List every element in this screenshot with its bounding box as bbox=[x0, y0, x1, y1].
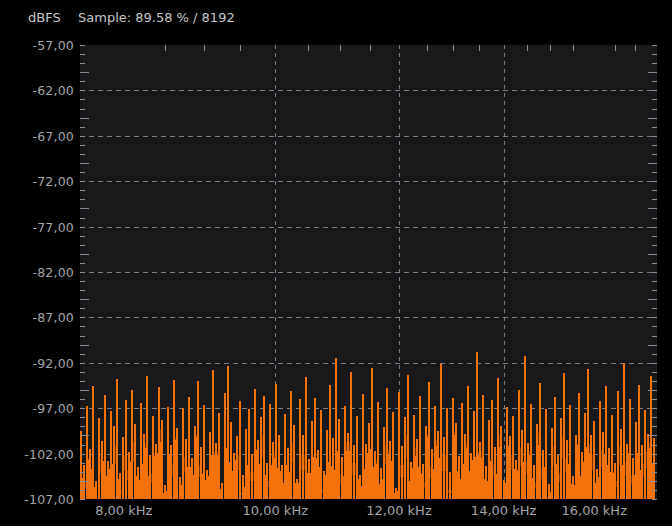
axis-tick bbox=[652, 290, 657, 291]
axis-tick bbox=[652, 490, 657, 491]
y-axis-label: -102,00 bbox=[0, 446, 74, 461]
sample-progress-readout: Sample: 89.58 % / 8192 bbox=[78, 10, 235, 25]
axis-tick bbox=[80, 308, 85, 309]
y-axis-label: -67,00 bbox=[0, 128, 74, 143]
x-axis-label: 14,00 kHz bbox=[471, 503, 536, 518]
axis-tick bbox=[652, 127, 657, 128]
axis-tick bbox=[652, 281, 657, 282]
axis-tick bbox=[80, 218, 85, 219]
axis-tick bbox=[80, 281, 85, 282]
axis-tick bbox=[80, 81, 85, 82]
axis-tick bbox=[80, 127, 85, 128]
axis-tick bbox=[80, 390, 89, 391]
axis-tick bbox=[652, 408, 657, 409]
axis-tick bbox=[652, 272, 657, 273]
y-axis-label: -62,00 bbox=[0, 83, 74, 98]
axis-tick bbox=[80, 354, 85, 355]
axis-tick bbox=[652, 417, 657, 418]
y-axis-unit-label: dBFS bbox=[28, 10, 61, 25]
axis-tick bbox=[80, 363, 85, 364]
axis-tick bbox=[648, 163, 657, 164]
axis-tick bbox=[80, 426, 85, 427]
axis-tick bbox=[80, 454, 85, 455]
axis-tick bbox=[652, 472, 657, 473]
axis-tick bbox=[204, 45, 205, 51]
axis-tick bbox=[370, 45, 371, 51]
axis-tick bbox=[652, 336, 657, 337]
axis-tick bbox=[652, 363, 657, 364]
axis-tick bbox=[573, 45, 574, 51]
axis-tick bbox=[80, 481, 89, 482]
axis-tick bbox=[80, 90, 85, 91]
axis-tick bbox=[80, 317, 85, 318]
axis-tick bbox=[80, 417, 85, 418]
axis-tick bbox=[80, 445, 85, 446]
axis-tick bbox=[80, 272, 85, 273]
y-axis-label: -107,00 bbox=[0, 492, 74, 507]
y-axis-label: -87,00 bbox=[0, 310, 74, 325]
axis-tick bbox=[80, 236, 85, 237]
axis-tick bbox=[80, 326, 85, 327]
axis-tick bbox=[80, 372, 85, 373]
axis-tick bbox=[652, 372, 657, 373]
axis-tick bbox=[80, 181, 85, 182]
axis-tick bbox=[652, 426, 657, 427]
axis-tick bbox=[652, 245, 657, 246]
plot-area[interactable] bbox=[80, 45, 657, 499]
axis-tick bbox=[80, 109, 85, 110]
axis-tick bbox=[80, 163, 89, 164]
axis-tick bbox=[648, 118, 657, 119]
axis-tick bbox=[652, 181, 657, 182]
analyzer-window: dBFS Sample: 89.58 % / 8192 -57,00-62,00… bbox=[0, 0, 672, 526]
axis-tick bbox=[652, 218, 657, 219]
axis-tick bbox=[80, 408, 85, 409]
axis-tick bbox=[652, 308, 657, 309]
axis-tick bbox=[80, 136, 85, 137]
axis-tick bbox=[648, 481, 657, 482]
axis-tick bbox=[652, 317, 657, 318]
axis-tick bbox=[80, 345, 89, 346]
axis-tick bbox=[80, 290, 85, 291]
axis-tick bbox=[652, 109, 657, 110]
axis-tick bbox=[80, 245, 85, 246]
axis-tick bbox=[652, 263, 657, 264]
axis-tick bbox=[648, 299, 657, 300]
axis-tick bbox=[652, 227, 657, 228]
axis-tick bbox=[652, 499, 657, 500]
axis-tick bbox=[427, 45, 428, 51]
y-axis-label: -82,00 bbox=[0, 265, 74, 280]
axis-tick bbox=[652, 326, 657, 327]
axis-tick bbox=[80, 463, 85, 464]
axis-ticks bbox=[80, 45, 657, 499]
x-axis-label: 12,00 kHz bbox=[366, 503, 431, 518]
axis-tick bbox=[80, 263, 85, 264]
axis-tick bbox=[80, 435, 89, 436]
axis-tick bbox=[648, 208, 657, 209]
axis-tick bbox=[80, 208, 89, 209]
axis-tick bbox=[80, 490, 85, 491]
axis-tick bbox=[652, 154, 657, 155]
x-axis-label: 16,00 kHz bbox=[561, 503, 626, 518]
axis-tick bbox=[308, 45, 309, 51]
axis-tick bbox=[652, 381, 657, 382]
axis-tick bbox=[652, 445, 657, 446]
y-axis-label: -77,00 bbox=[0, 219, 74, 234]
axis-tick bbox=[635, 45, 636, 51]
axis-tick bbox=[652, 172, 657, 173]
axis-tick bbox=[652, 45, 657, 46]
x-axis-label: 10,00 kHz bbox=[243, 503, 308, 518]
axis-tick bbox=[652, 236, 657, 237]
axis-tick bbox=[340, 45, 341, 51]
axis-tick bbox=[652, 136, 657, 137]
axis-tick bbox=[453, 45, 454, 51]
axis-tick bbox=[80, 254, 89, 255]
axis-tick bbox=[615, 45, 616, 51]
axis-tick bbox=[652, 463, 657, 464]
axis-tick bbox=[80, 399, 85, 400]
axis-tick bbox=[652, 190, 657, 191]
axis-tick bbox=[80, 118, 89, 119]
y-axis-label: -92,00 bbox=[0, 355, 74, 370]
axis-tick bbox=[648, 254, 657, 255]
y-axis-label: -57,00 bbox=[0, 38, 74, 53]
axis-tick bbox=[550, 45, 551, 51]
